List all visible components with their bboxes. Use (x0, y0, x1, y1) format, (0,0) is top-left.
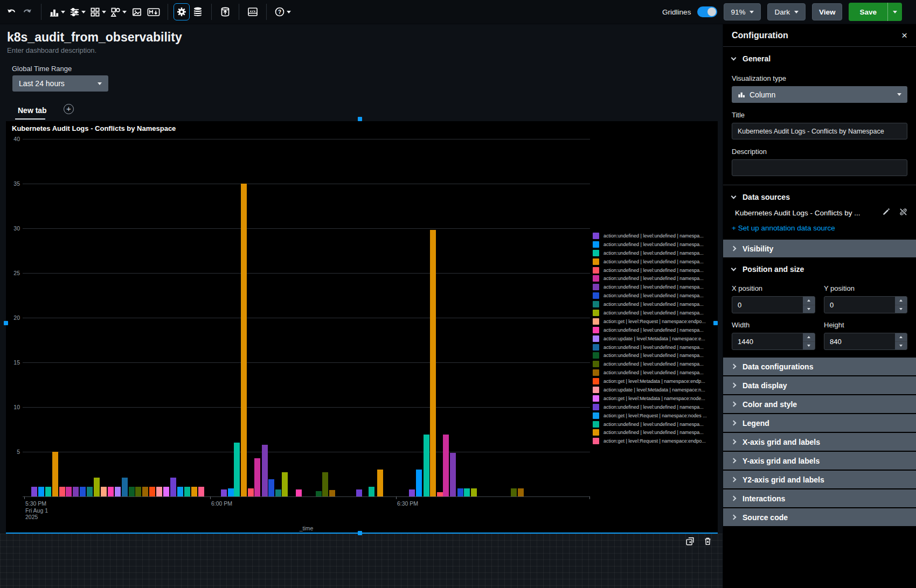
height-value[interactable]: 840 (824, 333, 895, 349)
bar[interactable] (129, 487, 135, 496)
config-section-data-sources[interactable]: Data sources (723, 185, 916, 205)
legend-item[interactable]: action:undefined | level:undefined | nam… (593, 343, 707, 352)
bar[interactable] (241, 184, 247, 496)
bar[interactable] (409, 489, 415, 496)
bar[interactable] (254, 458, 260, 496)
canvas-grid[interactable] (0, 534, 723, 588)
unlink-data-source-icon[interactable] (899, 208, 907, 218)
bar[interactable] (234, 443, 240, 496)
bar[interactable] (170, 478, 176, 496)
legend-item[interactable]: action:undefined | level:undefined | nam… (593, 240, 707, 249)
bar[interactable] (94, 478, 100, 496)
gridlines-toggle[interactable] (697, 6, 717, 17)
setup-annotation-link[interactable]: + Set up annotation data source (732, 224, 907, 232)
legend-item[interactable]: action:get | level:Request | namespace:e… (593, 317, 707, 326)
bar[interactable] (262, 445, 268, 496)
selection-handle-top[interactable] (358, 117, 362, 121)
legend-item[interactable]: action:undefined | level:undefined | nam… (593, 232, 707, 240)
bar[interactable] (416, 470, 422, 496)
legend-item[interactable]: action:undefined | level:undefined | nam… (593, 300, 707, 309)
bar[interactable] (377, 470, 383, 496)
tab-new-tab[interactable]: New tab (18, 106, 47, 115)
legend-item[interactable]: action:undefined | level:undefined | nam… (593, 326, 707, 334)
legend-item[interactable]: action:undefined | level:undefined | nam… (593, 368, 707, 377)
bar[interactable] (464, 488, 470, 496)
selection-handle-left[interactable] (4, 321, 8, 325)
bar[interactable] (87, 487, 93, 496)
legend-item[interactable]: action:update | level:Metadata | namespa… (593, 334, 707, 343)
decrement-button[interactable] (895, 305, 907, 313)
help-icon[interactable]: ? (272, 3, 293, 20)
bar[interactable] (149, 487, 155, 496)
bar[interactable] (73, 487, 79, 496)
legend-item[interactable]: action:undefined | level:undefined | nam… (593, 291, 707, 300)
decrement-button[interactable] (803, 342, 815, 350)
bar[interactable] (322, 472, 328, 496)
data-source-row[interactable]: Kubernetes Audit Logs - Conflicts by ... (735, 208, 907, 218)
legend-item[interactable]: action:undefined | level:undefined | nam… (593, 274, 707, 283)
width-stepper[interactable]: 1440 (732, 333, 815, 350)
edit-pencil-icon[interactable] (882, 208, 890, 218)
y-position-value[interactable]: 0 (824, 297, 895, 313)
bar[interactable] (191, 487, 197, 496)
bar[interactable] (177, 487, 183, 496)
config-section-source-code[interactable]: Source code (723, 508, 916, 526)
theme-select[interactable]: Dark (767, 3, 806, 20)
bar[interactable] (45, 487, 51, 496)
x-position-value[interactable]: 0 (732, 297, 803, 313)
legend-item[interactable]: action:undefined | level:undefined | nam… (593, 283, 707, 291)
add-tab-button[interactable]: + (64, 104, 74, 114)
legend-item[interactable]: action:get | level:Metadata | namespace:… (593, 377, 707, 386)
bar[interactable] (66, 487, 72, 496)
decrement-button[interactable] (803, 305, 815, 313)
bar[interactable] (108, 487, 114, 496)
bar[interactable] (275, 489, 281, 496)
view-button[interactable]: View (812, 3, 843, 20)
config-section-general[interactable]: General (723, 47, 916, 66)
config-section-interactions[interactable]: Interactions (723, 489, 916, 507)
legend-item[interactable]: action:undefined | level:undefined | nam… (593, 403, 707, 411)
bar[interactable] (457, 488, 463, 496)
legend-item[interactable]: action:get | level:Request | namespace:n… (593, 411, 707, 420)
width-value[interactable]: 1440 (732, 333, 803, 349)
chart-panel[interactable]: Kubernetes Audit Logs - Conflicts by Nam… (6, 121, 718, 533)
bar[interactable] (268, 479, 274, 496)
config-section-y2-axis-grid-and-labels[interactable]: Y2-axis grid and labels (723, 471, 916, 488)
bar[interactable] (122, 478, 128, 496)
legend-item[interactable]: action:undefined | level:undefined | nam… (593, 266, 707, 275)
legend-item[interactable]: action:undefined | level:undefined | nam… (593, 420, 707, 429)
selection-handle-bottom[interactable] (358, 531, 362, 535)
add-shape-icon[interactable] (108, 3, 129, 20)
config-section-data-display[interactable]: Data display (723, 376, 916, 394)
bar[interactable] (430, 230, 436, 496)
upload-data-icon[interactable] (217, 3, 233, 20)
increment-button[interactable] (803, 333, 815, 341)
bar[interactable] (248, 488, 254, 496)
bar[interactable] (142, 487, 148, 496)
legend-item[interactable]: action:undefined | level:undefined | nam… (593, 249, 707, 257)
bar[interactable] (184, 487, 190, 496)
bar[interactable] (156, 487, 162, 496)
legend-item[interactable]: action:undefined | level:undefined | nam… (593, 351, 707, 360)
bar[interactable] (296, 489, 302, 496)
bar[interactable] (163, 487, 169, 496)
layout-grid-icon[interactable] (88, 3, 108, 20)
title-input[interactable]: Kubernetes Audit Logs - Conflicts by Nam… (732, 123, 907, 139)
bar[interactable] (115, 487, 121, 496)
bar[interactable] (282, 472, 288, 496)
x-position-stepper[interactable]: 0 (732, 296, 815, 313)
bar[interactable] (198, 487, 204, 496)
legend-item[interactable]: action:undefined | level:undefined | nam… (593, 309, 707, 317)
bar[interactable] (101, 487, 107, 496)
bar[interactable] (221, 489, 227, 496)
bar[interactable] (424, 435, 429, 496)
bar[interactable] (329, 490, 335, 496)
bar[interactable] (369, 487, 374, 496)
save-button[interactable]: Save (849, 3, 902, 21)
selection-handle-right[interactable] (713, 321, 718, 325)
config-section-x-axis-grid-and-labels[interactable]: X-axis grid and labels (723, 433, 916, 451)
legend-item[interactable]: action:undefined | level:undefined | nam… (593, 428, 707, 437)
bar[interactable] (228, 488, 234, 496)
dashboard-description-placeholder[interactable]: Enter dashboard description. (7, 46, 96, 54)
increment-button[interactable] (895, 297, 907, 305)
